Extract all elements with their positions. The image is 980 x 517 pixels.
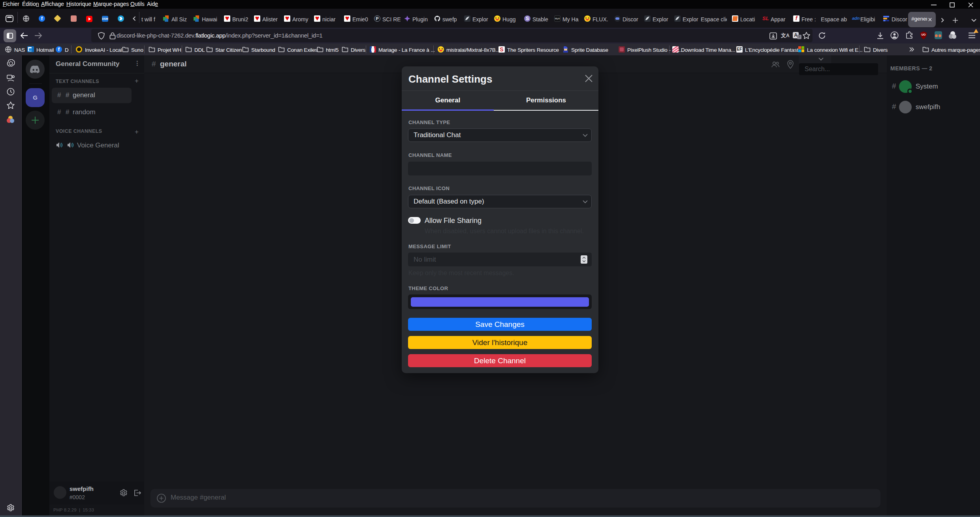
svg-text:UO: UO <box>922 33 926 36</box>
